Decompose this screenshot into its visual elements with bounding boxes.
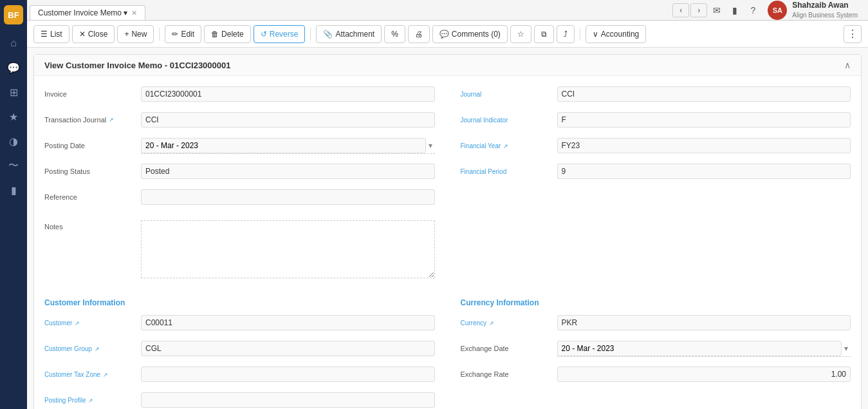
customer-ext-icon[interactable]: ↗	[75, 320, 80, 327]
journal-link[interactable]: Journal	[461, 91, 482, 98]
customer-input[interactable]	[141, 315, 435, 330]
notes-label: Notes	[44, 220, 141, 231]
reference-input[interactable]	[141, 189, 435, 205]
customer-link[interactable]: Customer	[44, 319, 72, 327]
plus-icon: +	[124, 30, 129, 39]
notes-textarea[interactable]	[141, 220, 435, 278]
more-options-button[interactable]: ⋮	[844, 25, 862, 43]
currency-ext-icon[interactable]: ↗	[489, 320, 494, 327]
customer-group-link[interactable]: Customer Group	[44, 345, 92, 352]
main-fields-row: Invoice Transaction Journal ↗	[44, 86, 851, 285]
customer-tax-zone-field: Customer Tax Zone ↗	[44, 366, 435, 387]
chat-icon[interactable]: 💬	[3, 57, 24, 79]
currency-info-header: Currency Information	[461, 298, 851, 307]
stats-icon[interactable]: ▮	[726, 3, 743, 17]
financial-period-label: Financial Period	[461, 164, 557, 175]
copy-button[interactable]: ⧉	[534, 25, 554, 43]
exchange-date-input-wrapper: ▾	[557, 341, 851, 357]
user-name: Shahzaib Awan	[792, 1, 858, 11]
financial-period-link[interactable]: Financial Period	[461, 168, 507, 175]
posting-date-input[interactable]	[141, 138, 426, 153]
journal-indicator-value	[557, 112, 851, 128]
exchange-date-input[interactable]	[557, 341, 842, 356]
customer-field: Customer ↗	[44, 315, 435, 336]
posting-profile-input[interactable]	[141, 392, 435, 408]
reference-field: Reference	[44, 189, 435, 210]
customer-group-ext-icon[interactable]: ↗	[95, 346, 100, 352]
header-right: ‹ › ✉ ▮ ? SA Shahzaib Awan Align Busines…	[672, 1, 868, 20]
financial-year-ext-icon[interactable]: ↗	[503, 143, 508, 149]
currency-input[interactable]	[557, 315, 851, 330]
form-card: View Customer Invoice Memo - 01CCI230000…	[33, 54, 862, 409]
external-link-icon[interactable]: ↗	[109, 117, 114, 123]
share-button[interactable]: ⤴	[557, 25, 575, 43]
close-button[interactable]: ✕ Close	[72, 25, 115, 43]
comments-button[interactable]: 💬 Comments (0)	[432, 25, 508, 43]
exchange-rate-input[interactable]	[557, 366, 851, 382]
attachment-icon: 📎	[323, 30, 333, 39]
transaction-journal-input[interactable]	[141, 112, 435, 128]
star-icon[interactable]: ★	[3, 106, 24, 128]
app-logo[interactable]: BF	[4, 5, 23, 24]
customer-group-input[interactable]	[141, 341, 435, 356]
posting-status-value	[141, 164, 435, 179]
exchange-rate-label: Exchange Rate	[461, 366, 557, 378]
date-dropdown-arrow[interactable]: ▾	[426, 138, 435, 153]
print-button[interactable]: 🖨	[408, 25, 430, 43]
financial-period-input[interactable]	[557, 164, 851, 179]
mail-icon[interactable]: ✉	[708, 3, 725, 17]
nav-next-button[interactable]: ›	[690, 3, 707, 17]
comment-icon: 💬	[439, 30, 449, 39]
customer-info-section: Customer Information Customer ↗	[44, 296, 435, 409]
customer-tax-zone-ext-icon[interactable]: ↗	[103, 372, 108, 378]
customer-tax-zone-input[interactable]	[141, 366, 435, 382]
posting-profile-value	[141, 392, 435, 408]
favorite-button[interactable]: ☆	[510, 25, 531, 43]
star-icon: ☆	[517, 30, 524, 39]
percent-button[interactable]: %	[384, 25, 405, 43]
bar-chart-icon[interactable]: ▮	[3, 179, 24, 201]
posting-date-label: Posting Date	[44, 138, 141, 149]
financial-year-link[interactable]: Financial Year	[461, 142, 501, 149]
delete-button[interactable]: 🗑 Delete	[204, 25, 251, 43]
accounting-button[interactable]: ∨ Accounting	[586, 25, 646, 43]
exchange-date-dropdown-arrow[interactable]: ▾	[842, 341, 851, 356]
list-button[interactable]: ☰ List	[33, 25, 69, 43]
transaction-journal-label: Transaction Journal ↗	[44, 112, 141, 124]
tab-title: Customer Invoice Memo ▾	[38, 8, 127, 17]
new-button[interactable]: + New	[117, 25, 154, 43]
posting-date-value: ▾	[141, 138, 435, 154]
collapse-button[interactable]: ∧	[844, 60, 851, 70]
tab-customer-invoice-memo[interactable]: Customer Invoice Memo ▾ ✕	[30, 5, 145, 20]
user-text: Shahzaib Awan Align Business System	[792, 1, 858, 19]
customer-tax-zone-link[interactable]: Customer Tax Zone	[44, 371, 100, 378]
financial-year-value	[557, 138, 851, 153]
journal-input[interactable]	[557, 86, 851, 102]
dropdown-icon: ∨	[593, 30, 598, 39]
activity-icon[interactable]: 〜	[3, 155, 24, 176]
financial-year-input[interactable]	[557, 138, 851, 153]
home-icon[interactable]: ⌂	[3, 32, 24, 54]
posting-profile-link[interactable]: Posting Profile	[44, 397, 86, 404]
form-body: Invoice Transaction Journal ↗	[34, 76, 861, 409]
customer-tax-zone-value	[141, 366, 435, 382]
tab-close-icon[interactable]: ✕	[131, 9, 137, 17]
invoice-input[interactable]	[141, 86, 435, 102]
exchange-date-label: Exchange Date	[461, 341, 557, 352]
currency-link[interactable]: Currency	[461, 319, 487, 327]
sidebar: BF ⌂ 💬 ⊞ ★ ◑ 〜 ▮	[0, 0, 27, 409]
posting-status-label: Posting Status	[44, 164, 141, 175]
posting-date-input-wrapper: ▾	[141, 138, 435, 154]
posting-status-input[interactable]	[141, 164, 435, 179]
posting-profile-ext-icon[interactable]: ↗	[88, 397, 93, 404]
attachment-button[interactable]: 📎 Attachment	[316, 25, 382, 43]
journal-indicator-link[interactable]: Journal Indicator	[461, 117, 508, 124]
pie-chart-icon[interactable]: ◑	[3, 130, 24, 152]
reverse-button[interactable]: ↺ Reverse	[254, 25, 306, 43]
help-icon[interactable]: ?	[744, 3, 761, 17]
journal-indicator-input[interactable]	[557, 112, 851, 128]
nav-prev-button[interactable]: ‹	[672, 3, 689, 17]
edit-button[interactable]: ✏ Edit	[165, 25, 201, 43]
notes-field: Notes	[44, 220, 435, 280]
apps-icon[interactable]: ⊞	[3, 81, 24, 103]
